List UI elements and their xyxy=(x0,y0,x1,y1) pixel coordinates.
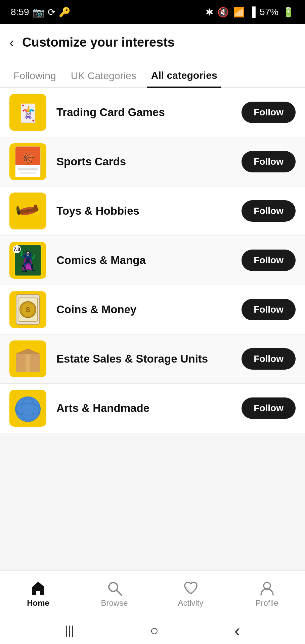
search-icon xyxy=(106,580,123,596)
tab-uk-categories[interactable]: UK Categories xyxy=(67,70,140,88)
list-item: 🏀 Sports Cards Follow xyxy=(0,137,305,186)
nav-label-home: Home xyxy=(27,598,49,608)
battery-icon: 🔋 xyxy=(282,7,294,18)
svg-rect-7 xyxy=(18,168,38,170)
svg-rect-5 xyxy=(15,165,40,177)
nav-label-browse: Browse xyxy=(101,598,128,608)
list-item: Toys & Hobbies Follow xyxy=(0,186,305,236)
nav-label-profile: Profile xyxy=(255,598,278,608)
signal-icon: ▐ xyxy=(249,7,256,17)
svg-text:$: $ xyxy=(26,306,30,314)
category-thumbnail-arts-handmade xyxy=(9,390,46,427)
home-button[interactable]: ○ xyxy=(150,623,159,639)
category-thumbnail-comics-manga: 🦹 7.8 xyxy=(9,242,46,279)
nav-item-browse[interactable]: Browse xyxy=(76,571,152,617)
system-nav-bar: ||| ○ ‹ xyxy=(0,617,305,644)
category-name: Trading Card Games xyxy=(56,106,242,119)
follow-button-toys-hobbies[interactable]: Follow xyxy=(242,200,296,222)
category-name: Comics & Manga xyxy=(56,254,242,267)
page-title: Customize your interests xyxy=(22,35,175,50)
status-bar: 8:59 📷 ⟳ 🔑 ✱ 🔇 📶 ▐ 57% 🔋 xyxy=(0,0,305,24)
nav-item-home[interactable]: Home xyxy=(0,571,76,617)
list-item: $ Coins & Money Follow xyxy=(0,285,305,334)
list-item: Estate Sales & Storage Units Follow xyxy=(0,334,305,384)
heart-icon xyxy=(183,580,199,596)
back-system-button[interactable]: ‹ xyxy=(234,621,240,641)
battery-level: 57% xyxy=(260,7,278,17)
nav-item-activity[interactable]: Activity xyxy=(152,571,229,617)
list-item: 🃏 Trading Card Games Follow xyxy=(0,88,305,137)
tab-all-categories[interactable]: All categories xyxy=(147,70,221,88)
list-item: 🦹 7.8 Comics & Manga Follow xyxy=(0,236,305,285)
status-time: 8:59 xyxy=(11,7,29,17)
status-right: ✱ 🔇 📶 ▐ 57% 🔋 xyxy=(206,7,294,18)
key-icon: 🔑 xyxy=(59,7,71,18)
category-name: Estate Sales & Storage Units xyxy=(56,353,242,365)
wifi-icon: 📶 xyxy=(233,7,245,18)
tabs-bar: Following UK Categories All categories xyxy=(0,61,305,88)
svg-text:7.8: 7.8 xyxy=(13,247,20,252)
cast-icon: ⟳ xyxy=(48,7,55,18)
camera-icon: 📷 xyxy=(33,7,44,18)
home-icon xyxy=(30,580,46,596)
nav-label-activity: Activity xyxy=(178,598,203,608)
svg-text:🦹: 🦹 xyxy=(16,251,40,273)
follow-button-sports-cards[interactable]: Follow xyxy=(242,151,296,172)
follow-button-estate-sales[interactable]: Follow xyxy=(242,348,296,370)
category-thumbnail-coins-money: $ xyxy=(9,291,46,328)
category-thumbnail-trading-card-games: 🃏 xyxy=(9,94,46,131)
header: ‹ Customize your interests xyxy=(0,24,305,61)
category-thumbnail-estate-sales xyxy=(9,340,46,377)
follow-button-coins-money[interactable]: Follow xyxy=(242,299,296,320)
svg-line-38 xyxy=(117,590,121,595)
mute-icon: 🔇 xyxy=(217,7,229,18)
back-button[interactable]: ‹ xyxy=(9,36,14,50)
category-list: 🃏 Trading Card Games Follow 🏀 Sports Car… xyxy=(0,88,305,570)
tab-following[interactable]: Following xyxy=(9,70,60,88)
svg-rect-29 xyxy=(26,354,30,372)
category-name: Toys & Hobbies xyxy=(56,205,242,217)
nav-item-profile[interactable]: Profile xyxy=(229,571,305,617)
category-thumbnail-toys-hobbies xyxy=(9,193,46,229)
follow-button-arts-handmade[interactable]: Follow xyxy=(242,397,296,419)
status-left: 8:59 📷 ⟳ 🔑 xyxy=(11,7,71,18)
list-item: Arts & Handmade Follow xyxy=(0,384,305,433)
category-name: Sports Cards xyxy=(56,155,242,168)
bottom-nav: Home Browse Activity Profile xyxy=(0,570,305,617)
follow-button-trading-card-games[interactable]: Follow xyxy=(242,102,296,123)
recent-apps-button[interactable]: ||| xyxy=(65,624,74,638)
follow-button-comics-manga[interactable]: Follow xyxy=(242,250,296,271)
svg-point-39 xyxy=(264,582,270,589)
category-name: Coins & Money xyxy=(56,303,242,316)
category-name: Arts & Handmade xyxy=(56,402,242,415)
svg-text:🃏: 🃏 xyxy=(17,103,39,123)
category-thumbnail-sports-cards: 🏀 xyxy=(9,143,46,180)
svg-text:🏀: 🏀 xyxy=(22,152,35,164)
svg-rect-8 xyxy=(19,172,36,174)
bluetooth-icon: ✱ xyxy=(206,7,213,18)
person-icon xyxy=(259,580,275,596)
